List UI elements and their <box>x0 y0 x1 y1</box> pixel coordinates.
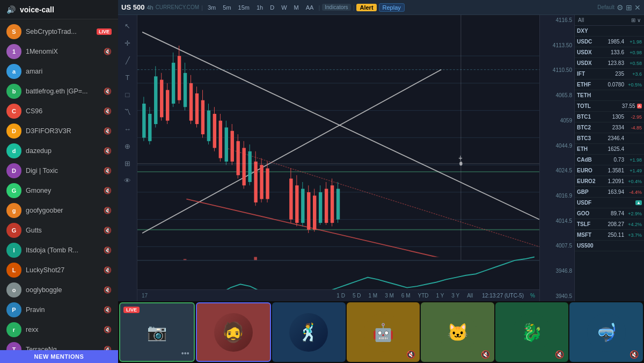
watchlist-item[interactable]: USDX123.83+0.58 <box>575 58 644 69</box>
sidebar-user-item[interactable]: bbattlefrog.eth |GP=...🔇 <box>2 82 116 101</box>
chart-symbol[interactable]: US 500 <box>121 3 144 11</box>
tf-button[interactable]: 1h <box>254 4 266 11</box>
watchlist-item[interactable]: MSFT250.11+3.7% <box>575 230 644 241</box>
chart-source: CURRENCY.COM <box>156 4 200 10</box>
sidebar-user-item[interactable]: 11MenomiX🔇 <box>2 42 116 61</box>
dragon-tile[interactable]: 🐉🔇 <box>495 302 569 362</box>
watchlist-item[interactable]: IFT235+3.6 <box>575 69 644 79</box>
user-name-label: LuckyShot27 <box>26 266 99 274</box>
animated-tile[interactable]: 🕺 <box>272 302 346 362</box>
aqua-tile[interactable]: 🤿🔇 <box>569 302 643 362</box>
tf-button[interactable]: AA <box>303 4 317 11</box>
tf-button[interactable]: 3m <box>205 4 218 11</box>
watchlist-item[interactable]: US500 <box>575 241 644 251</box>
shapes-tool[interactable]: □ <box>121 88 134 101</box>
watchlist-symbol: TETH <box>577 92 593 98</box>
live-badge: LIVE <box>97 28 112 35</box>
sidebar-user-item[interactable]: rrexx🔇 <box>2 320 116 339</box>
magnet-tool[interactable]: ⊞ <box>121 157 134 170</box>
gm1-tile[interactable]: 🤖🔇 <box>347 302 420 362</box>
bottom-tf-button[interactable]: 3 Y <box>449 292 462 299</box>
settings-icon[interactable]: ⚙ <box>617 3 624 12</box>
new-mentions-bar[interactable]: NEW MENTIONS <box>0 350 118 363</box>
expand-icon[interactable]: ⊞ <box>626 3 632 12</box>
watchlist-item[interactable]: GOO89.74+2.9% <box>575 208 644 219</box>
tf-button[interactable]: 15m <box>236 4 252 11</box>
sidebar-user-item[interactable]: CCS96🔇 <box>2 101 116 121</box>
sidebar-user-item[interactable]: IItsdoja (Tomb R...🔇 <box>2 241 116 260</box>
text-tool[interactable]: T <box>121 71 134 84</box>
zoom-tool[interactable]: ⊕ <box>121 140 134 153</box>
cursor-tool[interactable]: ↖ <box>121 19 134 32</box>
watchlist-price: 1305 <box>595 114 624 120</box>
svg-rect-83 <box>237 141 240 175</box>
sidebar-user-item[interactable]: TTerraceNg🔇 <box>2 340 116 350</box>
tf-button[interactable]: 5m <box>220 4 233 11</box>
watchlist-item[interactable]: BTC32346.4 <box>575 133 644 144</box>
watchlist-item[interactable]: CAdB0.73+1.98 <box>575 155 644 165</box>
video-options-dots[interactable]: ••• <box>181 349 189 358</box>
fib-tool[interactable]: 〽 <box>121 105 134 118</box>
sidebar-user-item[interactable]: aamari <box>2 62 116 81</box>
watchlist-symbol: BTC2 <box>577 125 593 130</box>
sidebar-user-item[interactable]: DDigi | Toxic🔇 <box>2 161 116 180</box>
bottom-tf-button[interactable]: 3 M <box>382 292 397 299</box>
tf-button[interactable]: D <box>267 4 277 11</box>
watchlist-symbol: GOO <box>577 210 593 216</box>
watchlist-item[interactable]: EURO1.3581+1.49 <box>575 165 644 176</box>
bottom-tf-button[interactable]: 1 D <box>334 292 348 299</box>
close-icon[interactable]: ✕ <box>634 3 641 12</box>
user-avatar: d <box>6 143 21 158</box>
watchlist-item[interactable]: TOTL37.55A <box>575 101 644 112</box>
line-tool[interactable]: ╱ <box>121 54 134 67</box>
watchlist-item[interactable]: USDC1985.4+1.98 <box>575 37 644 47</box>
crosshair-tool[interactable]: ✛ <box>121 37 134 49</box>
tf-button[interactable]: M <box>291 4 302 11</box>
sidebar-user-item[interactable]: GGutts🔇 <box>2 221 116 240</box>
replay-button[interactable]: Replay <box>379 3 405 12</box>
seb-tile[interactable]: 🧔 <box>196 302 272 362</box>
eye-tool[interactable]: 👁 <box>121 174 134 187</box>
watchlist-item[interactable]: TSLF208.27+4.2% <box>575 219 644 230</box>
cam-off-user[interactable]: 📷LIVE••• <box>119 302 195 362</box>
user-name-label: Itsdoja (Tomb R... <box>26 246 99 254</box>
gm2-tile[interactable]: 🐱🔇 <box>421 302 494 362</box>
bottom-tf-button[interactable]: 1 Y <box>433 292 447 299</box>
watchlist-item[interactable]: GBP163.94-4.4% <box>575 187 644 198</box>
watchlist-item[interactable]: DXY <box>575 26 644 37</box>
bottom-tf-button[interactable]: All <box>464 292 475 299</box>
sidebar-user-item[interactable]: PPravin🔇 <box>2 300 116 320</box>
watchlist-price: 0.73 <box>595 157 624 163</box>
indicators-tag[interactable]: Indicators <box>322 4 350 11</box>
sidebar-user-item[interactable]: LLuckyShot27🔇 <box>2 260 116 280</box>
sidebar-user-item[interactable]: ggoofygoober🔇 <box>2 201 116 220</box>
watchlist-item[interactable]: USDX133.6+0.98 <box>575 47 644 58</box>
sidebar-user-item[interactable]: ddazedup🔇 <box>2 141 116 161</box>
watchlist-item[interactable]: TETH <box>575 90 644 101</box>
measure-tool[interactable]: ↔ <box>121 122 134 135</box>
chart-timeframe-label[interactable]: 4h <box>147 4 153 11</box>
watchlist-item[interactable]: ETHF0.0780+0.5% <box>575 79 644 90</box>
sidebar-user-item[interactable]: DD3FIFOR3V3R🔇 <box>2 121 116 141</box>
alert-button[interactable]: Alert <box>356 4 376 11</box>
watchlist-items: DXYUSDC1985.4+1.98USDX133.6+0.98USDX123.… <box>575 26 644 251</box>
watchlist-all-label[interactable]: All <box>578 17 584 23</box>
watchlist-item[interactable]: BTC11305-2.95 <box>575 112 644 122</box>
bottom-tf-button[interactable]: 5 D <box>350 292 364 299</box>
svg-rect-51 <box>142 104 145 137</box>
watchlist-item[interactable]: ETH1625.4 <box>575 144 644 155</box>
bottom-tf-button[interactable]: 6 M <box>399 292 413 299</box>
bottom-tf-button[interactable]: YTD <box>415 292 431 299</box>
sidebar-user-item[interactable]: GGmoney🔇 <box>2 181 116 200</box>
tf-button[interactable]: W <box>279 4 289 11</box>
watchlist-item[interactable]: USDF▲ <box>575 198 644 208</box>
watchlist-item[interactable]: BTC22334-4.85 <box>575 122 644 133</box>
user-avatar: C <box>6 104 21 119</box>
user-name-label: TerraceNg <box>26 346 99 350</box>
price-label: 4116.5 <box>540 17 574 23</box>
bottom-tf-button[interactable]: 1 M <box>365 292 380 299</box>
sidebar-user-item[interactable]: SSebCryptoTrad...LIVE <box>2 22 116 41</box>
sidebar-user-item[interactable]: oooglyboggle🔇 <box>2 280 116 300</box>
tradingview-logo: 17 <box>142 293 148 299</box>
watchlist-item[interactable]: EURO21.2091+0.4% <box>575 176 644 187</box>
